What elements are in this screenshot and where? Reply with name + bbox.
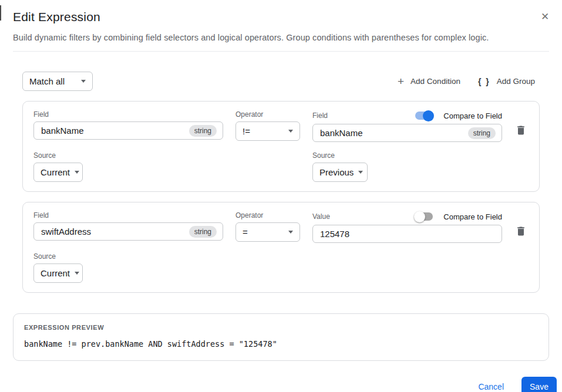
chevron-down-icon (75, 171, 79, 174)
condition1-compare-field-input[interactable]: bankName string (312, 124, 502, 142)
close-icon[interactable]: ✕ (537, 9, 553, 25)
chevron-down-icon (81, 80, 86, 83)
compare-to-field-toggle[interactable] (415, 212, 433, 221)
condition2-value-group: Value Compare to Field 125478 (312, 211, 502, 243)
header-divider (13, 51, 549, 52)
save-button[interactable]: Save (521, 377, 557, 392)
source-value: Current (41, 167, 70, 177)
compare-field-label: Field (312, 111, 328, 120)
condition1-field-group: Field bankName string (33, 110, 223, 142)
condition1-operator-group: Operator != (235, 110, 300, 142)
trash-icon (515, 124, 527, 137)
expression-preview-panel: EXPRESSION PREVIEW bankName != prev.bank… (13, 313, 549, 361)
condition1-compare-source-select[interactable]: Previous (312, 163, 368, 182)
expression-preview-code: bankName != prev.bankName AND swiftAddre… (24, 339, 538, 349)
condition2-source-group: Source Current (33, 252, 223, 283)
delete-condition-button[interactable] (515, 225, 528, 238)
condition2-field-input[interactable]: swiftAddress string (33, 222, 223, 241)
condition2-field-group: Field swiftAddress string (33, 211, 223, 243)
source-label: Source (33, 151, 223, 160)
source-label: Source (33, 252, 223, 261)
dialog-title: Edit Expression (13, 10, 549, 24)
compare-to-field-toggle[interactable] (415, 111, 433, 120)
field-value: bankName (41, 126, 84, 136)
chevron-down-icon (358, 171, 363, 174)
edit-expression-dialog: Edit Expression ✕ Build dynamic filters … (0, 0, 562, 392)
delete-condition-button[interactable] (515, 124, 528, 137)
trash-icon (515, 225, 527, 238)
compare-field-value: bankName (320, 128, 363, 138)
condition-card-1: Field bankName string Operator != Field (22, 101, 540, 192)
condition1-field-input[interactable]: bankName string (33, 121, 223, 140)
condition1-compare-source-group: Source Previous (312, 151, 502, 182)
screen-edge-artifact (0, 5, 1, 21)
field-value: swiftAddress (41, 227, 91, 236)
braces-icon: { } (478, 77, 490, 86)
chevron-down-icon (288, 130, 293, 133)
field-label: Field (33, 110, 223, 119)
dialog-subtitle: Build dynamic filters by combining field… (13, 33, 549, 42)
condition2-operator-group: Operator = (235, 211, 300, 243)
value-text: 125478 (320, 229, 349, 239)
add-group-label: Add Group (497, 77, 535, 86)
dialog-footer: Cancel Save (0, 377, 557, 392)
source-value: Current (41, 268, 70, 278)
add-condition-label: Add Condition (410, 77, 460, 86)
compare-source-label: Source (312, 151, 502, 160)
operator-value: = (243, 227, 248, 237)
add-group-button[interactable]: { } Add Group (478, 77, 535, 86)
expression-preview-label: EXPRESSION PREVIEW (24, 324, 538, 331)
field-label: Field (33, 211, 223, 219)
condition1-source-group: Source Current (33, 151, 223, 182)
compare-field-type-badge: string (468, 127, 496, 139)
condition2-value-input[interactable]: 125478 (312, 225, 502, 243)
dialog-header: Edit Expression ✕ Build dynamic filters … (0, 0, 562, 42)
toolbar-actions: + Add Condition { } Add Group (398, 76, 535, 87)
toolbar: Match all + Add Condition { } Add Group (22, 72, 535, 91)
condition-card-2: Field swiftAddress string Operator = Val… (22, 202, 540, 293)
condition2-source-select[interactable]: Current (33, 263, 83, 283)
compare-to-field-toggle-label: Compare to Field (443, 212, 502, 221)
operator-label: Operator (235, 110, 300, 119)
plus-icon: + (398, 76, 404, 87)
operator-value: != (243, 126, 250, 136)
condition1-source-select[interactable]: Current (33, 163, 83, 182)
match-mode-select[interactable]: Match all (22, 72, 93, 91)
chevron-down-icon (288, 231, 293, 234)
value-label: Value (312, 212, 330, 221)
compare-source-value: Previous (319, 167, 354, 177)
field-type-badge: string (189, 226, 217, 238)
cancel-button[interactable]: Cancel (476, 379, 506, 392)
toggle-thumb (414, 211, 425, 222)
field-type-badge: string (189, 125, 217, 137)
condition1-operator-select[interactable]: != (235, 121, 300, 141)
toggle-thumb (423, 110, 434, 121)
condition1-compare-group: Field Compare to Field bankName string (312, 110, 502, 142)
condition2-operator-select[interactable]: = (235, 222, 300, 242)
compare-to-field-toggle-label: Compare to Field (443, 111, 502, 120)
operator-label: Operator (235, 211, 300, 219)
add-condition-button[interactable]: + Add Condition (398, 76, 460, 87)
chevron-down-icon (75, 272, 79, 275)
match-mode-value: Match all (29, 76, 65, 86)
